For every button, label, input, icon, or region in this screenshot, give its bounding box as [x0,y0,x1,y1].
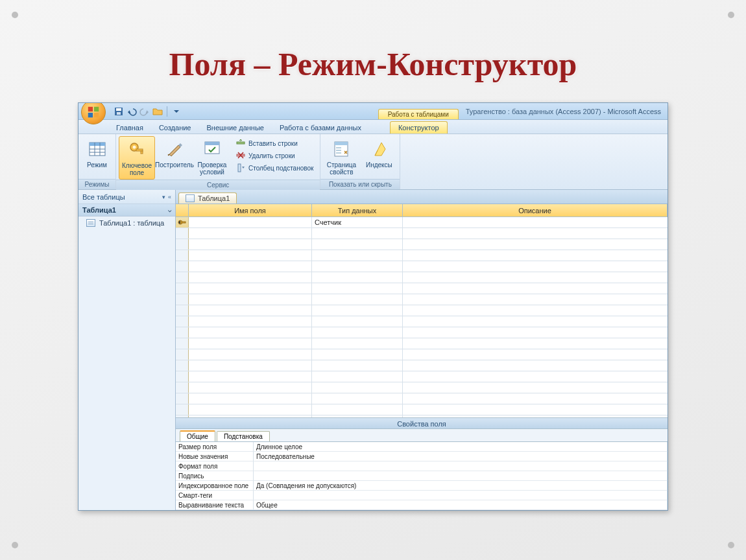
design-grid-row[interactable] [176,261,668,272]
field-name-cell[interactable] [189,338,312,349]
field-desc-cell[interactable] [403,250,668,261]
field-desc-cell[interactable] [403,393,668,404]
property-value[interactable]: Длинное целое [254,442,668,452]
design-grid-row[interactable] [176,283,668,294]
field-name-cell[interactable] [189,404,312,415]
field-name-cell[interactable] [189,371,312,382]
tab-home[interactable]: Главная [108,122,151,134]
row-selector[interactable] [176,338,189,349]
row-selector[interactable] [176,261,189,272]
field-name-cell[interactable] [189,360,312,371]
row-selector[interactable] [176,360,189,371]
tab-database-tools[interactable]: Работа с базами данных [272,122,369,134]
field-name-cell[interactable] [189,250,312,261]
property-value[interactable]: Да (Совпадения не допускаются) [254,481,668,491]
row-selector-header[interactable] [176,204,189,217]
field-desc-cell[interactable] [403,228,668,239]
property-value[interactable] [254,461,668,471]
delete-rows-button[interactable]: Удалить строки [234,150,315,161]
field-name-cell[interactable] [189,228,312,239]
tab-create[interactable]: Создание [151,122,199,134]
field-desc-cell[interactable] [403,217,668,228]
field-desc-cell[interactable] [403,283,668,294]
design-grid-row[interactable] [176,404,668,415]
design-grid-row[interactable]: Счетчик [176,217,668,228]
property-value[interactable] [254,471,668,481]
field-name-cell[interactable] [189,305,312,316]
row-selector[interactable] [176,239,189,250]
field-desc-cell[interactable] [403,327,668,338]
field-desc-cell[interactable] [403,261,668,272]
row-selector[interactable] [176,393,189,404]
field-name-cell[interactable] [189,327,312,338]
field-type-cell[interactable] [312,316,403,327]
redo-icon[interactable] [139,106,150,117]
row-selector[interactable] [176,316,189,327]
row-selector[interactable] [176,294,189,305]
field-desc-cell[interactable] [403,371,668,382]
property-value[interactable]: Последовательные [254,452,668,461]
field-type-cell[interactable] [312,393,403,404]
properties-tab-general[interactable]: Общие [180,430,215,441]
row-selector-key[interactable] [176,217,189,228]
field-desc-cell[interactable] [403,305,668,316]
field-desc-cell[interactable] [403,404,668,415]
field-type-cell[interactable] [312,228,403,239]
row-selector[interactable] [176,371,189,382]
design-grid-row[interactable] [176,382,668,393]
row-selector[interactable] [176,327,189,338]
field-desc-cell[interactable] [403,382,668,393]
field-name-cell[interactable] [189,272,312,283]
property-value[interactable]: Общее [254,500,668,510]
validation-button[interactable]: Проверка условий [194,136,230,180]
design-grid-row[interactable] [176,371,668,382]
field-type-cell[interactable] [312,294,403,305]
design-grid-row[interactable] [176,327,668,338]
field-type-cell[interactable] [312,305,403,316]
collapse-group-icon[interactable]: ⌵ [168,207,171,213]
field-name-cell[interactable] [189,316,312,327]
row-selector[interactable] [176,272,189,283]
field-desc-cell[interactable] [403,294,668,305]
field-type-cell[interactable] [312,404,403,415]
design-grid-row[interactable] [176,228,668,239]
field-type-cell[interactable]: Счетчик [312,217,403,228]
column-header-description[interactable]: Описание [403,204,668,217]
design-grid-row[interactable] [176,393,668,404]
property-sheet-button[interactable]: Страница свойств [323,136,359,179]
column-header-fieldname[interactable]: Имя поля [189,204,312,217]
field-name-cell[interactable] [189,382,312,393]
design-grid-row[interactable] [176,272,668,283]
field-type-cell[interactable] [312,360,403,371]
insert-rows-button[interactable]: Вставить строки [234,137,315,149]
field-desc-cell[interactable] [403,338,668,349]
collapse-icon[interactable]: « [168,194,171,200]
design-grid-row[interactable] [176,316,668,327]
field-desc-cell[interactable] [403,272,668,283]
field-type-cell[interactable] [312,371,403,382]
field-type-cell[interactable] [312,239,403,250]
field-type-cell[interactable] [312,327,403,338]
row-selector[interactable] [176,382,189,393]
row-selector[interactable] [176,349,189,360]
office-button[interactable] [81,102,106,124]
field-desc-cell[interactable] [403,349,668,360]
field-desc-cell[interactable] [403,239,668,250]
field-name-cell[interactable] [189,217,312,228]
properties-tab-lookup[interactable]: Подстановка [217,431,270,441]
row-selector[interactable] [176,250,189,261]
design-grid-row[interactable] [176,338,668,349]
field-type-cell[interactable] [312,283,403,294]
field-type-cell[interactable] [312,382,403,393]
field-desc-cell[interactable] [403,360,668,371]
row-selector[interactable] [176,305,189,316]
undo-icon[interactable] [126,106,137,117]
design-grid-row[interactable] [176,250,668,261]
nav-item-table1[interactable]: Таблица1 : таблица [78,216,175,229]
row-selector[interactable] [176,228,189,239]
design-grid-row[interactable] [176,360,668,371]
design-grid-row[interactable] [176,294,668,305]
field-desc-cell[interactable] [403,316,668,327]
tab-design[interactable]: Конструктор [390,121,448,134]
field-type-cell[interactable] [312,272,403,283]
